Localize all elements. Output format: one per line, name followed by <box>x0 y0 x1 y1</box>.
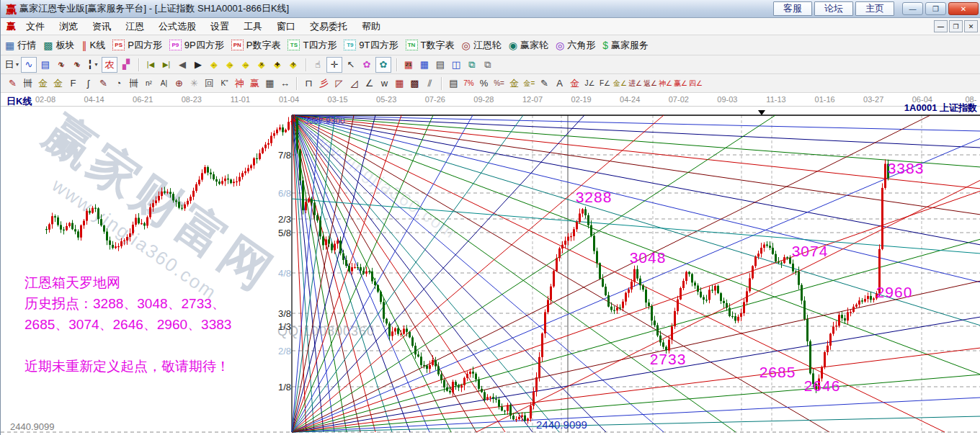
nav-gann-diamond-plus-icon[interactable]: ◆✚ <box>270 58 285 72</box>
minimize-button[interactable]: — <box>902 2 923 15</box>
nav-candle-style-select-icon[interactable]: ╏▼ <box>86 58 100 72</box>
nav-calendar-icon[interactable]: ▦21 <box>401 58 416 72</box>
nav-pattern-tool-icon[interactable]: 农 <box>102 57 117 73</box>
nav-wave-3-icon[interactable]: ∿3 <box>54 58 68 72</box>
toolbar-jiangenlun-button[interactable]: ◎江恩轮 <box>461 39 501 52</box>
quick-link-主页[interactable]: 主页 <box>855 1 894 16</box>
draw-gold-lines-icon[interactable]: 金= <box>522 76 537 91</box>
nav-gann-diamond-full-icon[interactable]: ◆✛ <box>286 58 300 72</box>
draw-shen-icon[interactable]: 神 <box>232 76 247 91</box>
nav-crosshair-tool-icon[interactable]: ✛ <box>326 57 342 73</box>
toolbar-9t-sifang-button[interactable]: T99T四方形 <box>344 39 398 52</box>
menu-item-设置[interactable]: 设置 <box>203 19 236 35</box>
draw-fan-box-icon[interactable]: ◸ <box>331 76 347 91</box>
draw-zigzag-icon[interactable]: w <box>377 76 392 91</box>
menu-item-交易委托[interactable]: 交易委托 <box>303 19 355 35</box>
toolbar-t-shuzi-button[interactable]: TNT数字表 <box>406 39 455 52</box>
nav-gann-net-toggle-icon[interactable]: ∿ <box>21 57 37 73</box>
draw-pencil-icon[interactable]: ✎ <box>5 76 20 91</box>
draw-square-spiral-icon[interactable]: 回 <box>202 76 217 91</box>
draw-gold-grid-2-icon[interactable]: 金 <box>50 76 66 91</box>
draw-f-grid-icon[interactable]: F <box>66 76 81 91</box>
menu-item-浏览[interactable]: 浏览 <box>52 19 85 35</box>
nav-pointer-tool-icon[interactable]: ↖ <box>344 58 358 72</box>
nav-histogram-tool-icon[interactable]: ▞ <box>119 58 133 72</box>
toolbar-p-sifang-button[interactable]: PSP四方形 <box>112 39 162 52</box>
draw-j-angle-icon[interactable]: J∠ <box>582 76 597 91</box>
draw-pct-lines-icon[interactable]: %= <box>491 76 507 91</box>
nav-hand-tool-icon[interactable]: ☝ <box>311 58 325 72</box>
quick-link-论坛[interactable]: 论坛 <box>814 1 853 16</box>
draw-grid-dark-icon[interactable]: ▩ <box>407 76 422 91</box>
child-restore-button[interactable]: ❐ <box>949 20 963 32</box>
draw-angle-lines-icon[interactable]: ∠ <box>362 76 377 91</box>
draw-pencil-2-icon[interactable]: ✎ <box>96 76 111 91</box>
menu-item-窗口[interactable]: 窗口 <box>270 19 303 35</box>
draw-fan-box-dark-icon[interactable]: ◿ <box>347 76 362 91</box>
draw-h-span-icon[interactable]: ↔ <box>277 76 293 91</box>
draw-gold-red-icon[interactable]: 金 <box>567 76 582 91</box>
chart-canvas[interactable] <box>1 93 980 435</box>
draw-f-angle-icon[interactable]: F∠ <box>597 76 612 91</box>
draw-spiral-icon[interactable]: ʃ <box>81 76 96 91</box>
nav-gann-diamond-x-icon[interactable]: ◆✕ <box>254 58 269 72</box>
draw-a-line-icon[interactable]: A| <box>156 76 172 91</box>
menu-item-帮助[interactable]: 帮助 <box>355 19 388 35</box>
draw-ying-icon[interactable]: 赢 <box>247 76 262 91</box>
nav-save-icon[interactable]: ◫ <box>449 58 463 72</box>
menu-item-资讯[interactable]: 资讯 <box>85 19 118 35</box>
nav-computer-icon[interactable]: ⧉ <box>481 58 495 72</box>
draw-tick-ruler-icon[interactable]: 卌 <box>20 76 35 91</box>
restore-button[interactable]: ❐ <box>925 2 946 15</box>
nav-remote-pc-icon[interactable]: ⧉ <box>465 58 479 72</box>
nav-go-prev-icon[interactable]: ◀ <box>175 58 190 72</box>
draw-pencil-list-icon[interactable]: ✎ <box>537 76 552 91</box>
nav-kline-style-select-icon[interactable]: 日▼ <box>5 58 19 72</box>
draw-star-wheel-icon[interactable]: ✳ <box>187 76 202 91</box>
draw-clock-icon[interactable]: ◔ <box>111 76 126 91</box>
toolbar-p-shuzi-button[interactable]: PNP数字表 <box>231 39 281 52</box>
nav-info-doc-icon[interactable]: ▤ <box>38 58 53 72</box>
nav-go-first-icon[interactable]: |◀ <box>143 58 158 72</box>
menu-item-文件[interactable]: 文件 <box>19 19 52 35</box>
draw-gate-icon[interactable]: ⊓ <box>301 76 316 91</box>
draw-jin-angle-icon[interactable]: 进∠ <box>628 76 643 91</box>
menu-item-公式选股[interactable]: 公式选股 <box>151 19 203 35</box>
toolbar-yingjialun-button[interactable]: ◉赢家轮 <box>509 39 548 52</box>
nav-go-last-icon[interactable]: ▶| <box>159 58 174 72</box>
draw-list-icon[interactable]: ▤ <box>446 76 461 91</box>
nav-go-next-icon[interactable]: ▶ <box>191 58 205 72</box>
toolbar-t-sifang-button[interactable]: TST四方形 <box>288 39 337 52</box>
toolbar-bankuai-button[interactable]: ▩板块 <box>43 39 74 52</box>
draw-gold-angle-icon[interactable]: 金∠ <box>612 76 628 91</box>
nav-notepad-icon[interactable]: ▤ <box>433 58 447 72</box>
draw-ying-angle-icon[interactable]: 赢∠ <box>673 76 688 91</box>
draw-gold-grid-1-icon[interactable]: 金 <box>35 76 50 91</box>
nav-calculator-icon[interactable]: ▦ <box>417 58 432 72</box>
child-close-button[interactable]: ✕ <box>964 20 978 32</box>
draw-si-angle-icon[interactable]: 四∠ <box>688 76 703 91</box>
draw-fan-red-icon[interactable]: 彡 <box>316 76 331 91</box>
menu-item-工具[interactable]: 工具 <box>236 19 270 35</box>
toolbar-fuwu-button[interactable]: $赢家服务 <box>602 39 649 52</box>
nav-gann-diamond-hspan-icon[interactable]: ◆↔ <box>239 58 253 72</box>
draw-grid-123-icon[interactable]: ▦ <box>262 76 277 91</box>
draw-k-quote-icon[interactable]: K" <box>217 76 232 91</box>
draw-ruler-2-icon[interactable]: 卌 <box>126 76 141 91</box>
menu-item-江恩[interactable]: 江恩 <box>118 19 151 35</box>
nav-gann-diamond-right-icon[interactable]: ◆→ <box>223 58 237 72</box>
chart-area[interactable]: 赢家财富网 www.yingjia360.com www.yingjia360.… <box>1 93 980 435</box>
quick-link-客服[interactable]: 客服 <box>773 1 812 16</box>
toolbar-liujiao-button[interactable]: ◎六角形 <box>556 39 595 52</box>
toolbar-kxian-button[interactable]: ∥K线 <box>81 39 105 52</box>
toolbar-9p-sifang-button[interactable]: P99P四方形 <box>169 39 224 52</box>
draw-parallel-icon[interactable]: ⫽ <box>422 76 437 91</box>
child-minimize-button[interactable]: — <box>934 20 948 32</box>
draw-pct-7-icon[interactable]: 7% <box>461 76 476 91</box>
nav-gann-diamond-left-icon[interactable]: ◆← <box>207 58 221 72</box>
draw-shen-angle-icon[interactable]: 神∠ <box>658 76 673 91</box>
nav-wave-9-icon[interactable]: ∿9 <box>70 58 84 72</box>
nav-flower-teal-icon[interactable]: ✿ <box>375 57 391 73</box>
draw-n-squared-icon[interactable]: n² <box>141 76 156 91</box>
draw-grid-red-icon[interactable]: ▦ <box>392 76 407 91</box>
